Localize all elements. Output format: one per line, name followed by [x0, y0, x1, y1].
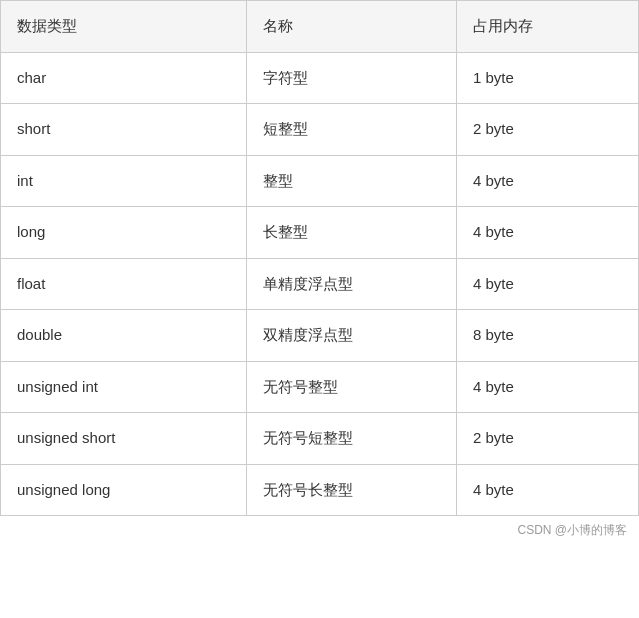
- header-cell-memory: 占用内存: [457, 1, 639, 52]
- table-row: unsigned long 无符号长整型 4 byte: [1, 465, 639, 517]
- cell-name: 整型: [247, 156, 457, 207]
- cell-name: 双精度浮点型: [247, 310, 457, 361]
- cell-memory: 4 byte: [457, 465, 639, 516]
- cell-memory: 1 byte: [457, 53, 639, 104]
- cell-memory: 8 byte: [457, 310, 639, 361]
- table-row: long 长整型 4 byte: [1, 207, 639, 259]
- cell-name: 短整型: [247, 104, 457, 155]
- cell-name: 无符号整型: [247, 362, 457, 413]
- header-cell-type: 数据类型: [1, 1, 247, 52]
- cell-type: short: [1, 104, 247, 155]
- table-header-row: 数据类型 名称 占用内存: [1, 1, 639, 53]
- cell-name: 无符号长整型: [247, 465, 457, 516]
- cell-name: 长整型: [247, 207, 457, 258]
- table-row: float 单精度浮点型 4 byte: [1, 259, 639, 311]
- table-row: int 整型 4 byte: [1, 156, 639, 208]
- table-row: short 短整型 2 byte: [1, 104, 639, 156]
- cell-type: char: [1, 53, 247, 104]
- cell-type: int: [1, 156, 247, 207]
- table-row: unsigned short 无符号短整型 2 byte: [1, 413, 639, 465]
- header-cell-name: 名称: [247, 1, 457, 52]
- cell-type: double: [1, 310, 247, 361]
- cell-memory: 2 byte: [457, 104, 639, 155]
- cell-memory: 4 byte: [457, 207, 639, 258]
- header-type-label: 数据类型: [17, 15, 77, 38]
- cell-name: 无符号短整型: [247, 413, 457, 464]
- table-row: double 双精度浮点型 8 byte: [1, 310, 639, 362]
- cell-memory: 2 byte: [457, 413, 639, 464]
- cell-name: 单精度浮点型: [247, 259, 457, 310]
- cell-type: float: [1, 259, 247, 310]
- header-memory-label: 占用内存: [473, 15, 533, 38]
- cell-memory: 4 byte: [457, 362, 639, 413]
- cell-type: unsigned int: [1, 362, 247, 413]
- cell-memory: 4 byte: [457, 259, 639, 310]
- table-row: char 字符型 1 byte: [1, 53, 639, 105]
- data-table: 数据类型 名称 占用内存 char 字符型 1 byte short 短整型 2…: [0, 0, 639, 516]
- footer-note: CSDN @小博的博客: [0, 516, 639, 545]
- header-name-label: 名称: [263, 15, 293, 38]
- cell-type: unsigned short: [1, 413, 247, 464]
- cell-type: unsigned long: [1, 465, 247, 516]
- cell-name: 字符型: [247, 53, 457, 104]
- table-row: unsigned int 无符号整型 4 byte: [1, 362, 639, 414]
- cell-type: long: [1, 207, 247, 258]
- cell-memory: 4 byte: [457, 156, 639, 207]
